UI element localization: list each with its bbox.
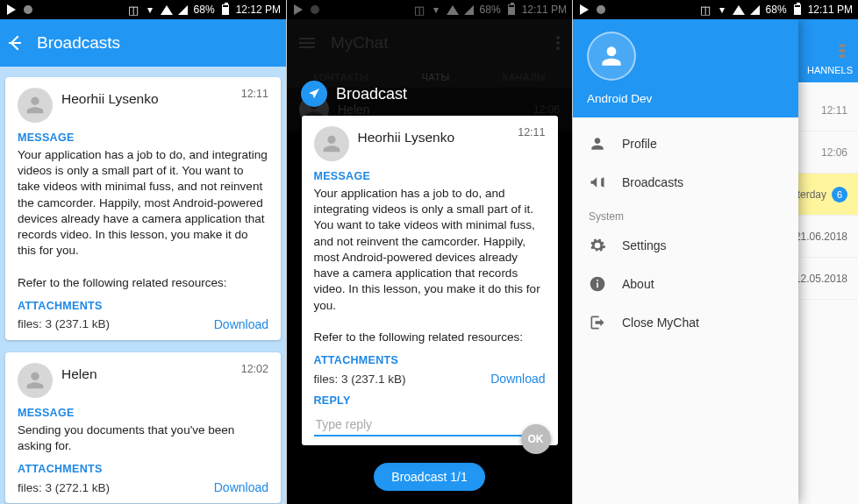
- drawer-item-close[interactable]: Close MyChat: [573, 303, 798, 342]
- status-bar: ▾ 68% 12:12 PM: [0, 0, 286, 19]
- signal-icon: [177, 4, 189, 16]
- timestamp: 12:02: [241, 363, 268, 375]
- svg-rect-2: [597, 280, 598, 281]
- broadcast-card[interactable]: Heorhii Lysenko 12:11 MESSAGE Your appli…: [5, 77, 281, 340]
- broadcast-icon: [301, 81, 327, 107]
- chat-row[interactable]: Yesterday 6: [798, 174, 858, 216]
- dialog-header: Broadcast: [287, 81, 407, 107]
- person-icon: [597, 42, 626, 70]
- download-link[interactable]: Download: [490, 372, 545, 386]
- chat-row[interactable]: 12.05.2018: [798, 258, 858, 300]
- info-icon: [589, 275, 606, 293]
- drawer-item-label: Profile: [622, 137, 657, 151]
- message-body: Your application has a job to do, and in…: [18, 147, 268, 291]
- user-avatar[interactable]: [587, 32, 636, 81]
- sender-name: Heorhii Lysenko: [358, 130, 510, 146]
- wifi-icon: [733, 4, 745, 16]
- wifi-icon: [161, 4, 173, 16]
- drawer-item-broadcasts[interactable]: Broadcasts: [573, 163, 798, 202]
- modal-overlay[interactable]: Broadcast Heorhii Lysenko 12:11 MESSAGE …: [287, 0, 572, 504]
- notif-icon: [578, 4, 590, 16]
- person-icon: [23, 93, 47, 117]
- broadcast-counter-pill[interactable]: Broadcast 1/1: [374, 463, 484, 491]
- megaphone-icon: [589, 174, 606, 191]
- app-bar: Broadcasts: [0, 19, 286, 67]
- attachments-label: ATTACHMENTS: [314, 354, 546, 366]
- notif-icon: [5, 4, 18, 16]
- arrow-left-icon: [11, 36, 25, 51]
- battery-pct: 68%: [194, 4, 215, 16]
- screen-broadcasts: ▾ 68% 12:12 PM Broadcasts Heorhii Lysenk…: [0, 0, 286, 504]
- chat-row[interactable]: 12:11: [798, 89, 858, 131]
- gear-icon: [589, 237, 606, 254]
- chat-row[interactable]: 12:06: [798, 131, 858, 174]
- broadcast-card[interactable]: Helen 12:02 MESSAGE Sending you document…: [5, 352, 281, 503]
- page-title: Broadcasts: [37, 33, 120, 53]
- nfc-icon: [127, 4, 139, 16]
- attachments-label: ATTACHMENTS: [18, 463, 268, 475]
- svg-rect-1: [597, 282, 598, 287]
- message-body: Your application has a job to do, and in…: [314, 186, 546, 345]
- overflow-button[interactable]: [835, 44, 849, 58]
- drawer-section-label: System: [573, 202, 798, 226]
- user-name: Android Dev: [587, 92, 784, 105]
- assistant-icon: [22, 4, 34, 16]
- battery-icon: [791, 4, 804, 16]
- files-summary: files: 3 (237.1 kB): [314, 373, 406, 386]
- chat-time: 21.06.2018: [795, 231, 847, 243]
- attachments-label: ATTACHMENTS: [18, 300, 268, 312]
- clock: 12:11 PM: [808, 4, 853, 16]
- files-summary: files: 3 (237.1 kB): [18, 317, 110, 330]
- drawer-item-label: About: [622, 277, 654, 291]
- message-label: MESSAGE: [18, 131, 268, 144]
- screen-broadcast-dialog: ▾ 68% 12:11 PM MyChat КОНТАКТЫ ЧАТЫ КАНА…: [286, 0, 572, 504]
- drawer-item-about[interactable]: About: [573, 265, 798, 303]
- dnd-icon: ▾: [144, 4, 156, 16]
- back-button[interactable]: [12, 38, 21, 48]
- reply-label: REPLY: [314, 394, 546, 407]
- avatar: [18, 88, 53, 123]
- battery-pct: 68%: [766, 4, 787, 16]
- avatar: [314, 126, 349, 161]
- person-icon: [319, 131, 344, 156]
- download-link[interactable]: Download: [214, 317, 268, 331]
- timestamp: 12:11: [241, 88, 268, 100]
- person-icon: [589, 135, 606, 153]
- drawer-item-profile[interactable]: Profile: [573, 124, 798, 163]
- drawer-item-label: Close MyChat: [622, 316, 699, 330]
- drawer-item-label: Broadcasts: [622, 175, 683, 189]
- reply-input[interactable]: [314, 414, 546, 437]
- person-icon: [23, 368, 47, 393]
- timestamp: 12:11: [518, 126, 545, 138]
- nfc-icon: [699, 4, 711, 16]
- chat-list-behind: HANNELS 12:11 12:06 Yesterday 6 21.06.20…: [798, 19, 858, 504]
- drawer-header: Android Dev: [573, 19, 798, 117]
- exit-icon: [589, 314, 606, 331]
- assistant-icon: [595, 4, 607, 16]
- dialog-title-text: Broadcast: [336, 85, 407, 103]
- download-link[interactable]: Download: [214, 480, 268, 494]
- sender-name: Helen: [61, 366, 232, 382]
- tab-channels-partial[interactable]: HANNELS: [798, 65, 858, 84]
- unread-badge: 6: [832, 187, 847, 202]
- drawer-item-settings[interactable]: Settings: [573, 226, 798, 265]
- nav-drawer: Android Dev Profile Broadcasts System Se…: [573, 19, 798, 504]
- drawer-item-label: Settings: [622, 238, 667, 252]
- status-bar: ▾ 68% 12:11 PM: [573, 0, 858, 19]
- message-body: Sending you documents that you've been a…: [18, 422, 268, 454]
- dnd-icon: ▾: [716, 4, 728, 16]
- message-label: MESSAGE: [314, 170, 546, 182]
- broadcast-list[interactable]: Heorhii Lysenko 12:11 MESSAGE Your appli…: [0, 67, 286, 504]
- ok-button[interactable]: OK: [521, 424, 551, 454]
- chat-row[interactable]: 21.06.2018: [798, 216, 858, 258]
- screen-nav-drawer: ▾ 68% 12:11 PM Android Dev Profile Broad…: [572, 0, 858, 504]
- chat-time: 12.05.2018: [795, 273, 847, 285]
- sender-name: Heorhii Lysenko: [61, 91, 232, 107]
- chat-time: 12:06: [821, 146, 847, 159]
- avatar: [18, 363, 53, 398]
- clock: 12:12 PM: [236, 4, 281, 16]
- signal-icon: [749, 4, 761, 16]
- files-summary: files: 3 (272.1 kB): [18, 481, 110, 494]
- message-label: MESSAGE: [18, 407, 268, 419]
- battery-icon: [219, 4, 232, 16]
